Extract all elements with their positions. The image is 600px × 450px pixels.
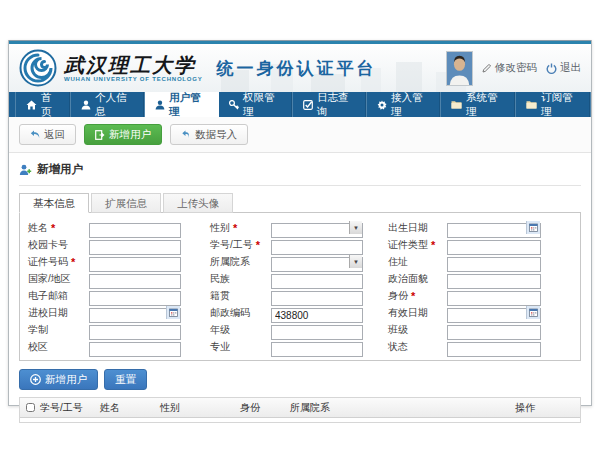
campus-input[interactable] xyxy=(89,342,181,357)
add-user-icon xyxy=(95,130,105,140)
gender-dropdown-button[interactable]: ▼ xyxy=(349,221,362,234)
app-window: 武汉理工大学 WUHAN UNIVERSITY OF TECHNOLOGY 统一… xyxy=(8,40,592,406)
native-place-input[interactable] xyxy=(271,291,363,306)
tab-basic-info[interactable]: 基本信息 xyxy=(19,193,89,213)
field-label-name: 姓名* xyxy=(28,221,86,235)
field-label-birth-date: 出生日期 xyxy=(388,221,444,235)
reset-button[interactable]: 重置 xyxy=(104,369,147,390)
university-name-cn: 武汉理工大学 xyxy=(64,54,203,76)
nav-tab-label: 订阅管理 xyxy=(541,91,580,119)
field-native-place xyxy=(271,288,363,303)
birth-date-calendar-button[interactable] xyxy=(526,221,540,234)
field-label-department: 所属院系 xyxy=(210,255,268,269)
field-address xyxy=(447,254,541,269)
field-label-political-status: 政治面貌 xyxy=(388,272,444,286)
id-type-input[interactable] xyxy=(447,240,541,255)
user-avatar[interactable] xyxy=(446,51,473,86)
home-icon xyxy=(26,100,37,110)
nav-tab-system-mgmt[interactable]: 系统管理 xyxy=(441,92,516,117)
field-ethnicity xyxy=(271,271,363,286)
form-grid: 姓名*性别*▼出生日期校园卡号学号/工号*证件类型*证件号码*所属院系▼住址国家… xyxy=(28,220,572,354)
nav-tabs: 首页个人信息用户管理权限管理日志查询接入管理系统管理订阅管理 xyxy=(9,92,591,117)
name-input[interactable] xyxy=(89,223,181,238)
id-number-input[interactable] xyxy=(89,257,181,272)
address-input[interactable] xyxy=(447,257,541,272)
field-label-id-number: 证件号码* xyxy=(28,255,86,269)
field-identity xyxy=(447,288,541,303)
user-icon xyxy=(81,100,91,110)
column-header: 性别 xyxy=(160,401,240,415)
required-marker: * xyxy=(431,241,435,249)
field-entry-date xyxy=(89,305,181,320)
section-title: 新增用户 xyxy=(37,162,83,177)
field-education-length xyxy=(89,322,181,337)
data-import-button[interactable]: 数据导入 xyxy=(170,124,248,145)
field-label-education-length: 学制 xyxy=(28,323,86,337)
nav-tab-label: 用户管理 xyxy=(169,91,208,119)
nav-tab-log-query[interactable]: 日志查询 xyxy=(293,92,367,117)
folder-icon xyxy=(526,100,537,109)
field-label-ethnicity: 民族 xyxy=(210,272,268,286)
university-logo xyxy=(19,49,57,87)
email-input[interactable] xyxy=(89,291,181,306)
ethnicity-input[interactable] xyxy=(271,274,363,289)
nav-tab-user-mgmt[interactable]: 用户管理 xyxy=(145,92,219,117)
entry-date-calendar-button[interactable] xyxy=(166,306,180,319)
toolbar-add-user-button[interactable]: 新增用户 xyxy=(84,124,162,145)
field-name xyxy=(89,220,181,235)
nav-tab-label: 接入管理 xyxy=(391,91,430,119)
select-all-checkbox[interactable] xyxy=(26,403,35,412)
user-icon xyxy=(155,100,165,110)
users-table-body xyxy=(20,418,580,422)
political-status-input[interactable] xyxy=(447,274,541,289)
nav-tab-profile[interactable]: 个人信息 xyxy=(71,92,145,117)
field-label-id-type: 证件类型* xyxy=(388,238,444,252)
required-marker: * xyxy=(51,224,55,232)
nav-tab-permission-mgmt[interactable]: 权限管理 xyxy=(219,92,293,117)
column-header: 身份 xyxy=(240,401,290,415)
field-label-identity: 身份* xyxy=(388,289,444,303)
column-header: 姓名 xyxy=(100,401,160,415)
key-icon xyxy=(229,100,239,110)
field-email xyxy=(89,288,181,303)
field-label-gender: 性别* xyxy=(210,221,268,235)
grade-input[interactable] xyxy=(271,325,363,340)
university-name-en: WUHAN UNIVERSITY OF TECHNOLOGY xyxy=(64,76,203,82)
field-label-address: 住址 xyxy=(388,255,444,269)
field-id-type xyxy=(447,237,541,252)
field-class xyxy=(447,322,541,337)
postal-code-input[interactable] xyxy=(271,308,363,323)
nav-tab-label: 首页 xyxy=(41,91,60,119)
nav-tab-subscription-mgmt[interactable]: 订阅管理 xyxy=(516,92,591,117)
campus-card-input[interactable] xyxy=(89,240,181,255)
major-input[interactable] xyxy=(271,342,363,357)
change-password-link[interactable]: 修改密码 xyxy=(482,61,537,75)
nav-tab-access-mgmt[interactable]: 接入管理 xyxy=(367,92,441,117)
field-valid-date xyxy=(447,305,541,320)
country-region-input[interactable] xyxy=(89,274,181,289)
valid-date-calendar-button[interactable] xyxy=(526,306,540,319)
field-label-class: 班级 xyxy=(388,323,444,337)
nav-tab-home[interactable]: 首页 xyxy=(15,92,71,117)
education-length-input[interactable] xyxy=(89,325,181,340)
tab-extended-info[interactable]: 扩展信息 xyxy=(91,193,161,213)
field-political-status xyxy=(447,271,541,286)
required-marker: * xyxy=(233,224,237,232)
student-id-input[interactable] xyxy=(271,240,363,255)
form-actions: 新增用户 重置 xyxy=(19,369,581,390)
add-user-section-icon xyxy=(19,164,32,176)
status-input[interactable] xyxy=(447,342,541,357)
identity-input[interactable] xyxy=(447,291,541,306)
back-button[interactable]: 返回 xyxy=(19,124,76,145)
department-dropdown-button[interactable]: ▼ xyxy=(349,255,362,268)
field-label-entry-date: 进校日期 xyxy=(28,306,86,320)
nav-tab-label: 个人信息 xyxy=(95,91,134,119)
submit-add-user-button[interactable]: 新增用户 xyxy=(19,369,98,390)
field-id-number xyxy=(89,254,181,269)
folder-icon xyxy=(451,100,462,109)
column-header: 操作 xyxy=(515,401,580,415)
class-input[interactable] xyxy=(447,325,541,340)
tab-upload-avatar[interactable]: 上传头像 xyxy=(163,193,233,213)
logout-link[interactable]: 退出 xyxy=(546,61,581,75)
field-campus-card xyxy=(89,237,181,252)
